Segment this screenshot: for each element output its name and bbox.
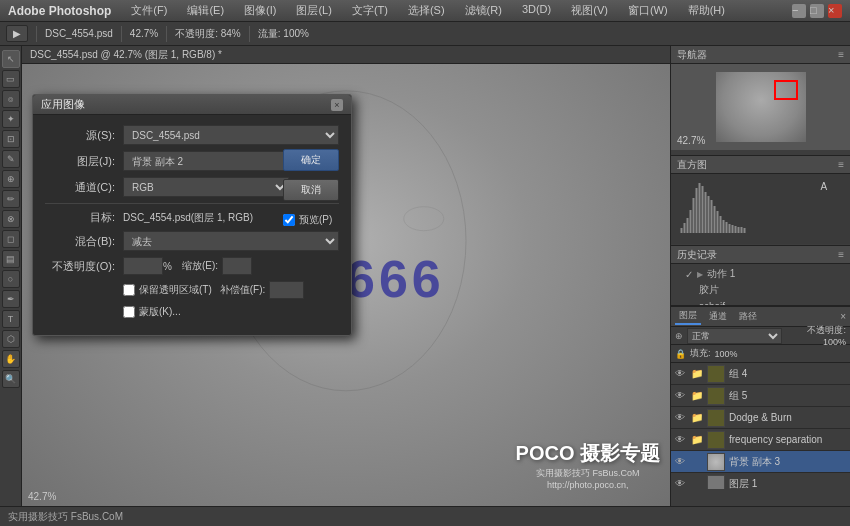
menu-filter[interactable]: 滤镜(R) [461,1,506,20]
dialog-scale-input[interactable]: 2 [222,257,252,275]
menu-window[interactable]: 窗口(W) [624,1,672,20]
dialog-preserve-label[interactable]: 保留透明区域(T) [123,283,212,297]
dialog-cancel-button[interactable]: 取消 [283,179,339,201]
menu-image[interactable]: 图像(I) [240,1,280,20]
layer-thumb-group5 [707,387,725,405]
select-rect-tool[interactable]: ▭ [2,70,20,88]
menu-3d[interactable]: 3D(D) [518,1,555,20]
dialog-mask-label[interactable]: 蒙版(K)... [123,305,181,319]
layers-opacity-label: 不透明度: 100% [786,324,846,347]
toolbar-separator-3 [166,26,167,42]
lasso-tool[interactable]: ⌾ [2,90,20,108]
dialog-channel-label: 通道(C): [45,180,115,195]
eyedropper-tool[interactable]: ✎ [2,150,20,168]
layer-eye-group4[interactable]: 👁 [675,368,687,380]
layer-item-bg-copy3[interactable]: 👁 背景 副本 3 [671,451,850,473]
heal-tool[interactable]: ⊕ [2,170,20,188]
layers-close-icon[interactable]: × [840,311,846,322]
document-tab[interactable]: DSC_4554.psd @ 42.7% (图层 1, RGB/8) * [22,46,670,64]
dialog-preview-label[interactable]: 预览(P) [283,213,339,227]
dialog-source-select[interactable]: DSC_4554.psd [123,125,339,145]
tab-layers[interactable]: 图层 [675,308,701,325]
tab-channels[interactable]: 通道 [705,309,731,324]
menu-help[interactable]: 帮助(H) [684,1,729,20]
magic-wand-tool[interactable]: ✦ [2,110,20,128]
menu-edit[interactable]: 编辑(E) [183,1,228,20]
history-menu-icon[interactable]: ≡ [838,249,844,260]
layers-filter-bar: ⊕ 正常 不透明度: 100% [671,327,850,345]
dialog-layer-label: 图层(J): [45,154,115,169]
dialog-ok-button[interactable]: 确定 [283,149,339,171]
navigator-view[interactable]: 42.7% [671,64,850,150]
dialog-offset-label: 补偿值(F): [220,283,266,297]
layers-fill-label: 填充: [690,347,711,360]
svg-rect-4 [684,223,686,233]
dialog-close-button[interactable]: × [331,99,343,111]
dodge-tool[interactable]: ○ [2,270,20,288]
left-toolbox: ↖ ▭ ⌾ ✦ ⊡ ✎ ⊕ ✏ ⊗ ◻ ▤ ○ ✒ T ⬡ ✋ 🔍 [0,46,22,506]
dialog-opacity-input[interactable]: 100 [123,257,163,275]
menu-text[interactable]: 文字(T) [348,1,392,20]
main-layout: ↖ ▭ ⌾ ✦ ⊡ ✎ ⊕ ✏ ⊗ ◻ ▤ ○ ✒ T ⬡ ✋ 🔍 DSC_45… [0,46,850,506]
layers-fill-value: 100% [715,349,738,359]
dialog-channel-select[interactable]: RGB [123,177,289,197]
history-panel-header: 历史记录 ≡ [671,246,850,264]
svg-point-2 [404,207,444,231]
hand-tool[interactable]: ✋ [2,350,20,368]
file-label: DSC_4554.psd [45,28,113,39]
close-button[interactable]: × [828,4,842,18]
gradient-tool[interactable]: ▤ [2,250,20,268]
history-list[interactable]: ✓ ▶ 动作 1 胶片 schaif auto1 ✓ ▶ autoskin co… [671,264,850,305]
layer-item-dodge-burn[interactable]: 👁 📁 Dodge & Burn [671,407,850,429]
histogram-title: 直方图 [677,158,707,172]
svg-rect-22 [738,227,740,233]
minimize-button[interactable]: − [792,4,806,18]
layer-item-group4[interactable]: 👁 📁 组 4 [671,363,850,385]
navigator-menu-icon[interactable]: ≡ [838,49,844,60]
layer-item-group5[interactable]: 👁 📁 组 5 [671,385,850,407]
menu-layer[interactable]: 图层(L) [292,1,335,20]
layer-eye-bg-copy3[interactable]: 👁 [675,456,687,468]
dialog-preserve-text: 保留透明区域(T) [139,283,212,297]
history-item-film[interactable]: 胶片 [671,282,850,298]
tool-select[interactable]: ▶ [6,25,28,42]
layer-item-freq-sep[interactable]: 👁 📁 frequency separation [671,429,850,451]
svg-text:A: A [821,181,828,192]
layers-mode-select[interactable]: 正常 [687,328,782,344]
dialog-mask-checkbox[interactable] [123,306,135,318]
apply-image-dialog[interactable]: 应用图像 × 源(S): DSC_4554.psd [32,94,352,336]
crop-tool[interactable]: ⊡ [2,130,20,148]
dialog-preserve-checkbox[interactable] [123,284,135,296]
layer-thumb-layer1 [707,475,725,490]
move-tool[interactable]: ↖ [2,50,20,68]
layer-eye-group5[interactable]: 👁 [675,390,687,402]
clone-tool[interactable]: ⊗ [2,210,20,228]
history-item-schaif[interactable]: schaif [671,298,850,305]
layers-list[interactable]: 👁 📁 组 4 👁 📁 组 5 👁 📁 Dodge & [671,363,850,489]
menu-file[interactable]: 文件(F) [127,1,171,20]
navigator-panel: 导航器 ≡ 42.7% [671,46,850,156]
folder-icon-freq-sep: 📁 [691,434,703,445]
dialog-blend-select[interactable]: 减去 [123,231,339,251]
maximize-button[interactable]: □ [810,4,824,18]
layer-item-layer1[interactable]: 👁 图层 1 [671,473,850,489]
tab-paths[interactable]: 路径 [735,309,761,324]
history-item-action1[interactable]: ✓ ▶ 动作 1 [671,266,850,282]
menu-view[interactable]: 视图(V) [567,1,612,20]
layer-eye-freq-sep[interactable]: 👁 [675,434,687,446]
canvas-area[interactable]: DSC_4554.psd @ 42.7% (图层 1, RGB/8) * 937… [22,46,670,506]
layer-eye-layer1[interactable]: 👁 [675,478,687,490]
path-tool[interactable]: ⬡ [2,330,20,348]
layers-filter-icon[interactable]: ⊕ [675,331,683,341]
dialog-offset-input[interactable]: 128 [269,281,304,299]
eraser-tool[interactable]: ◻ [2,230,20,248]
pen-tool[interactable]: ✒ [2,290,20,308]
layer-eye-dodge-burn[interactable]: 👁 [675,412,687,424]
svg-rect-8 [696,188,698,233]
zoom-tool[interactable]: 🔍 [2,370,20,388]
brush-tool[interactable]: ✏ [2,190,20,208]
text-tool[interactable]: T [2,310,20,328]
menu-select[interactable]: 选择(S) [404,1,449,20]
histogram-menu-icon[interactable]: ≡ [838,159,844,170]
dialog-preview-checkbox[interactable] [283,214,295,226]
